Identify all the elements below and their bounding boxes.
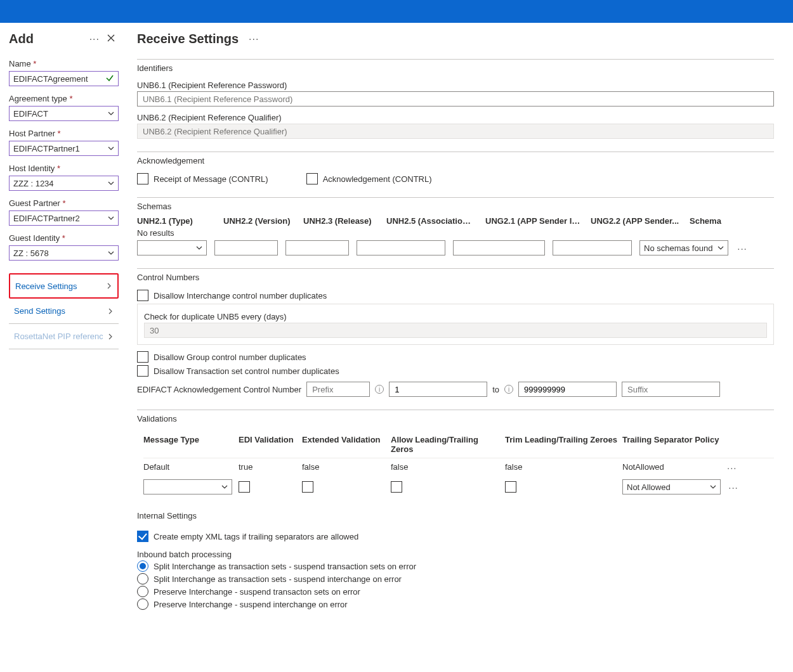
validation-row-default: Default true false false false NotAllowe… [143,458,774,477]
more-icon[interactable]: ··· [245,34,263,45]
chevron-down-icon [108,250,114,256]
schema-version-input[interactable] [214,240,278,255]
disallow-group-label: Disallow Group control number duplicates [154,352,306,362]
chevron-down-icon [718,245,724,251]
col-schema: Schema [690,216,728,226]
chevron-right-icon [107,308,114,314]
ext-checkbox[interactable] [302,481,313,493]
col-unh2-5: UNH2.5 (Association ... [386,216,475,226]
validation-row-more-icon[interactable]: ··· [727,458,740,477]
schema-sender1-input[interactable] [453,240,545,255]
lead-checkbox[interactable] [391,481,402,493]
col-unh2-3: UNH2.3 (Release) [303,216,376,226]
chevron-down-icon [108,180,114,186]
col-ung2-1: UNG2.1 (APP Sender ID) [485,216,580,226]
trim-checkbox[interactable] [505,481,516,493]
nav-send-settings[interactable]: Send Settings [9,299,119,324]
nav-receive-settings[interactable]: Receive Settings [9,273,119,299]
ack-from-input[interactable] [389,382,487,397]
empty-xml-label: Create empty XML tags if trailing separa… [154,532,358,541]
receive-settings-blade: Receive Settings ··· Identifiers UNB6.1 … [126,23,793,630]
unb61-label: UNB6.1 (Recipient Reference Password) [137,81,774,90]
batch-radio-3[interactable] [137,598,148,610]
nav-rosettanet[interactable]: RosettaNet PIP references [9,324,119,349]
check-icon [105,74,114,84]
ack-prefix-input[interactable] [306,382,370,397]
col-ung2-2: UNG2.2 (APP Sender... [591,216,679,226]
host-partner-select[interactable]: EDIFACTPartner1 [9,141,119,156]
schema-row-more-icon[interactable]: ··· [736,243,749,254]
agreement-type-select[interactable]: EDIFACT [9,106,119,121]
ack-control-label: EDIFACT Acknowledgement Control Number [137,385,301,394]
chevron-right-icon [106,283,112,289]
schema-sender2-input[interactable] [553,240,632,255]
more-icon[interactable]: ··· [86,34,103,45]
trail-policy-select[interactable]: Not Allowed [622,479,721,494]
col-trim: Trim Leading/Trailing Zeroes [505,431,622,458]
col-lead: Allow Leading/Trailing Zeros [391,431,505,458]
schema-select[interactable]: No schemas found [639,240,728,255]
internal-section-title: Internal Settings [137,507,774,526]
schemas-no-results: No results [137,228,774,238]
validations-section-title: Validations [137,410,774,429]
guest-identity-select[interactable]: ZZ : 5678 [9,245,119,261]
name-label: Name [9,59,119,68]
col-unh2-1: UNH2.1 (Type) [137,216,213,226]
top-header-bar [0,0,793,23]
identifiers-section-title: Identifiers [137,60,774,78]
chevron-down-icon [221,484,228,490]
page-title: Receive Settings [137,32,239,46]
chevron-down-icon [108,215,114,221]
batch-radio-2[interactable] [137,586,148,597]
ack-to-input[interactable] [518,382,617,397]
unb61-input[interactable] [137,91,774,107]
host-identity-label: Host Identity [9,164,119,173]
to-label: to [492,385,499,394]
col-edi: EDI Validation [239,431,302,458]
schemas-section-title: Schemas [137,198,774,216]
col-ext: Extended Validation [302,431,391,458]
edi-checkbox[interactable] [239,481,250,493]
schema-release-input[interactable] [285,240,349,255]
schema-assoc-input[interactable] [357,240,445,255]
name-input[interactable]: EDIFACTAgreement [9,71,119,86]
name-value: EDIFACTAgreement [13,74,88,84]
batch-radio-1[interactable] [137,573,148,585]
guest-partner-label: Guest Partner [9,198,119,208]
guest-partner-select[interactable]: EDIFACTPartner2 [9,210,119,226]
ack-checkbox[interactable] [306,173,318,184]
ack-label: Acknowledgement (CONTRL) [323,174,432,184]
empty-xml-checkbox[interactable] [137,531,148,542]
chevron-down-icon [108,145,114,152]
disallow-tx-checkbox[interactable] [137,365,148,377]
dup-check-label: Check for duplicate UNB5 every (days) [144,312,767,321]
add-blade: Add ··· Name EDIFACTAgreement Agreement … [0,23,126,630]
ack-suffix-input[interactable] [622,382,720,397]
col-trail: Trailing Separator Policy [622,431,727,458]
msg-type-select[interactable] [143,479,232,494]
disallow-tx-label: Disallow Transaction set control number … [154,366,339,376]
chevron-down-icon [108,110,114,117]
unb62-label: UNB6.2 (Recipient Reference Qualifier) [137,113,774,122]
schema-type-select[interactable] [137,240,207,255]
chevron-right-icon [107,333,114,340]
batch-radio-0[interactable] [137,560,148,572]
ack-section-title: Acknowledgement [137,152,774,171]
disallow-interchange-checkbox[interactable] [137,290,148,301]
col-unh2-2: UNH2.2 (Version) [223,216,293,226]
receipt-checkbox[interactable] [137,173,148,184]
guest-identity-label: Guest Identity [9,233,119,243]
agreement-type-label: Agreement type [9,94,119,103]
validation-input-more-icon[interactable]: ··· [727,482,740,493]
host-identity-select[interactable]: ZZZ : 1234 [9,176,119,191]
unb62-input [137,124,774,139]
chevron-down-icon [196,245,202,251]
close-icon[interactable] [103,34,119,44]
info-icon[interactable]: i [504,385,513,394]
chevron-down-icon [710,484,716,490]
dup-check-input [144,323,767,338]
disallow-interchange-label: Disallow Interchange control number dupl… [154,291,327,300]
disallow-group-checkbox[interactable] [137,351,148,363]
info-icon[interactable]: i [375,385,384,394]
host-partner-label: Host Partner [9,129,119,138]
